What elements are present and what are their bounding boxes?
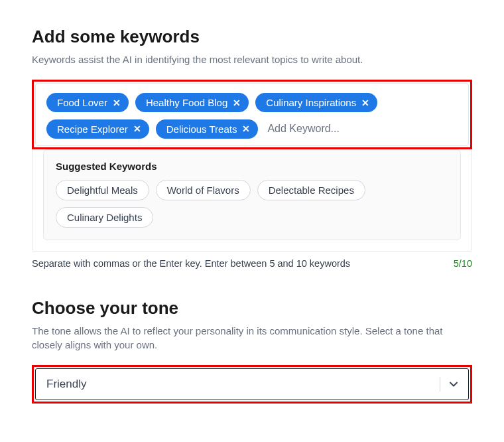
close-icon[interactable]: ✕ [242,124,250,133]
keywords-highlight-box: Food Lover ✕ Healthy Food Blog ✕ Culinar… [32,80,472,149]
keywords-count: 5/10 [454,258,472,269]
keywords-pills-area[interactable]: Food Lover ✕ Healthy Food Blog ✕ Culinar… [36,84,468,145]
tone-heading: Choose your tone [32,298,472,319]
keywords-helper-text: Separate with commas or the Enter key. E… [32,258,350,269]
keyword-pill[interactable]: Healthy Food Blog ✕ [135,93,249,112]
chevron-down-icon [450,382,458,387]
tone-select[interactable]: Friendly [35,368,469,400]
tone-highlight-box: Friendly [32,365,472,404]
keyword-label: Culinary Inspirations [266,97,356,108]
close-icon[interactable]: ✕ [133,124,141,133]
suggested-keyword-chip[interactable]: Delightful Meals [56,180,149,200]
close-icon[interactable]: ✕ [233,98,241,108]
keyword-pill[interactable]: Recipe Explorer ✕ [46,119,149,139]
suggested-keyword-chip[interactable]: Delectable Recipes [257,180,365,200]
keywords-container: Food Lover ✕ Healthy Food Blog ✕ Culinar… [35,83,469,146]
add-keyword-input[interactable] [265,119,458,139]
suggested-keyword-chip[interactable]: Culinary Delights [56,207,153,228]
suggested-chips-row: Delightful Meals World of Flavors Delect… [56,180,448,228]
keywords-heading: Add some keywords [32,27,472,47]
tone-description: The tone allows the AI to reflect your p… [32,324,472,352]
suggested-keywords-heading: Suggested Keywords [56,161,448,172]
tone-selected-value: Friendly [46,378,86,391]
keywords-helper-row: Separate with commas or the Enter key. E… [32,258,472,269]
suggested-keywords-panel: Suggested Keywords Delightful Meals Worl… [43,149,461,240]
keyword-label: Recipe Explorer [57,123,128,135]
close-icon[interactable]: ✕ [113,98,121,108]
keyword-label: Food Lover [57,97,107,108]
keywords-lower-container: Suggested Keywords Delightful Meals Worl… [32,149,472,252]
suggested-keyword-chip[interactable]: World of Flavors [156,180,251,200]
tone-chevron-wrap [440,377,458,392]
keyword-label: Delicious Treats [166,123,237,135]
keywords-description: Keywords assist the AI in identifying th… [32,52,472,66]
close-icon[interactable]: ✕ [361,98,369,108]
keyword-pill[interactable]: Delicious Treats ✕ [156,119,259,139]
keyword-label: Healthy Food Blog [146,97,227,108]
keyword-pill[interactable]: Culinary Inspirations ✕ [255,93,377,112]
tone-section: Choose your tone The tone allows the AI … [32,298,472,404]
keyword-pill[interactable]: Food Lover ✕ [46,93,129,112]
